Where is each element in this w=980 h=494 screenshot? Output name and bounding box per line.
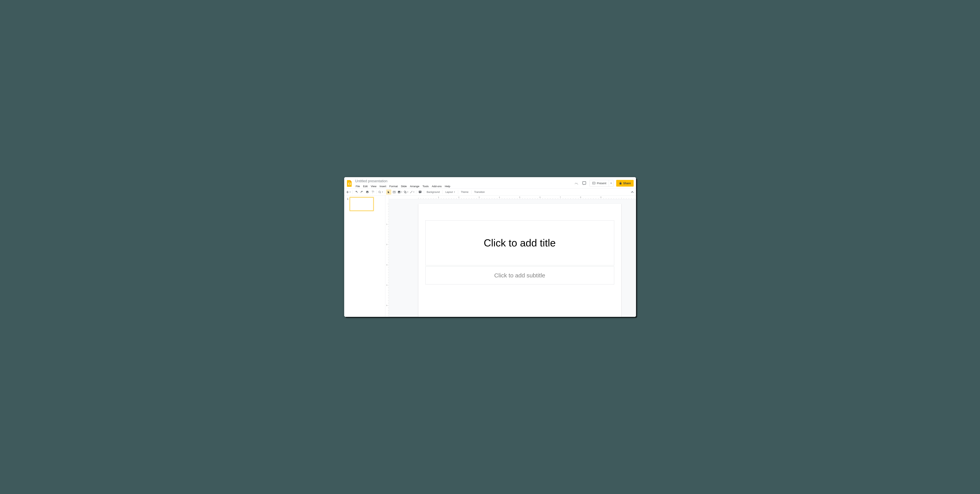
- ruler-v-label: 1: [387, 223, 387, 225]
- theme-button[interactable]: Theme: [459, 190, 470, 194]
- ruler-h-label: 6: [539, 196, 541, 198]
- title-area: Untitled presentation File Edit View Ins…: [355, 179, 574, 188]
- header-right: Present Share: [574, 180, 633, 186]
- ruler-h-label: 2: [458, 196, 459, 198]
- background-button[interactable]: Background: [425, 190, 441, 194]
- menu-file[interactable]: File: [355, 184, 361, 188]
- present-button[interactable]: Present: [590, 180, 609, 186]
- redo-button[interactable]: [359, 190, 364, 194]
- menu-view[interactable]: View: [369, 184, 378, 188]
- undo-button[interactable]: [354, 190, 359, 194]
- present-dropdown[interactable]: [609, 180, 613, 186]
- new-slide-button[interactable]: [346, 190, 351, 194]
- ruler-h-label: 7: [560, 196, 561, 198]
- caret-down-icon: [413, 191, 415, 193]
- share-label: Share: [623, 182, 631, 185]
- menu-format[interactable]: Format: [388, 184, 399, 188]
- ruler-v-label: 4: [387, 284, 387, 286]
- svg-rect-1: [348, 183, 350, 185]
- caret-down-icon: [610, 182, 612, 184]
- textbox-tool[interactable]: [391, 190, 397, 194]
- menubar: File Edit View Insert Format Slide Arran…: [355, 184, 574, 188]
- svg-point-3: [379, 191, 380, 193]
- lock-icon: [619, 182, 622, 185]
- main-area: 1 12345 123456789 Click to add title Cli…: [344, 196, 636, 317]
- ruler-h-label: 9: [600, 196, 601, 198]
- slide-thumbnail-panel[interactable]: 1: [344, 196, 385, 317]
- thumbnail-number: 1: [346, 197, 348, 200]
- separator: [424, 190, 424, 194]
- title-placeholder-text: Click to add title: [484, 237, 555, 249]
- document-title[interactable]: Untitled presentation: [355, 179, 388, 183]
- ruler-v-label: 2: [387, 244, 387, 245]
- canvas-wrap: 12345 123456789 Click to add title Click…: [385, 196, 636, 317]
- image-tool[interactable]: [397, 190, 403, 194]
- caret-down-icon: [382, 191, 383, 193]
- layout-label: Layout: [445, 191, 453, 193]
- subtitle-placeholder[interactable]: Click to add subtitle: [425, 266, 614, 284]
- select-tool[interactable]: [386, 190, 391, 194]
- stage[interactable]: Click to add title Click to add subtitle: [389, 199, 636, 317]
- transition-button[interactable]: Transition: [473, 190, 486, 194]
- menu-edit[interactable]: Edit: [362, 184, 369, 188]
- ruler-v-label: 5: [387, 304, 387, 306]
- ruler-h-label: 5: [519, 196, 520, 198]
- share-button[interactable]: Share: [616, 180, 634, 186]
- slide-thumbnail[interactable]: [350, 197, 374, 211]
- vertical-ruler[interactable]: 12345: [385, 196, 389, 317]
- toolbar: Background Layout Theme Transition: [344, 188, 636, 196]
- slides-logo-icon[interactable]: [346, 179, 353, 188]
- menu-addons[interactable]: Add-ons: [431, 184, 443, 188]
- comment-tool[interactable]: [418, 190, 423, 194]
- layout-button[interactable]: Layout: [444, 190, 457, 194]
- print-button[interactable]: [365, 190, 370, 194]
- separator: [442, 190, 443, 194]
- present-icon: [592, 182, 596, 185]
- line-tool[interactable]: [409, 190, 415, 194]
- thumbnail-row: 1: [346, 197, 383, 211]
- ruler-h-label: 8: [580, 196, 581, 198]
- caret-down-icon: [401, 191, 402, 193]
- ruler-v-label: 3: [387, 264, 387, 266]
- menu-help[interactable]: Help: [444, 184, 452, 188]
- present-button-group: Present: [590, 180, 613, 186]
- horizontal-ruler[interactable]: 123456789: [389, 196, 636, 199]
- zoom-button[interactable]: [378, 190, 383, 194]
- paint-format-button[interactable]: [370, 190, 375, 194]
- caret-down-icon: [349, 191, 351, 193]
- shape-tool[interactable]: [403, 190, 409, 194]
- caret-down-icon: [407, 191, 409, 193]
- collapse-toolbar-button[interactable]: [630, 190, 635, 194]
- menu-arrange[interactable]: Arrange: [409, 184, 421, 188]
- ruler-h-label: 4: [499, 196, 500, 198]
- menu-tools[interactable]: Tools: [421, 184, 430, 188]
- present-label: Present: [597, 182, 606, 185]
- slide-canvas[interactable]: Click to add title Click to add subtitle: [418, 204, 621, 317]
- caret-down-icon: [453, 191, 455, 193]
- header: Untitled presentation File Edit View Ins…: [344, 177, 636, 188]
- app-window: Untitled presentation File Edit View Ins…: [344, 177, 636, 317]
- chevron-up-icon: [631, 191, 634, 193]
- menu-insert[interactable]: Insert: [378, 184, 388, 188]
- subtitle-placeholder-text: Click to add subtitle: [494, 272, 545, 279]
- comments-icon[interactable]: [582, 181, 587, 186]
- title-placeholder[interactable]: Click to add title: [425, 220, 614, 265]
- separator: [352, 190, 353, 194]
- canvas-column: 123456789 Click to add title Click to ad…: [389, 196, 636, 317]
- separator: [385, 190, 385, 194]
- menu-slide[interactable]: Slide: [399, 184, 408, 188]
- ruler-h-label: 3: [479, 196, 479, 198]
- activity-icon[interactable]: [574, 181, 579, 186]
- ruler-h-label: 1: [438, 196, 439, 198]
